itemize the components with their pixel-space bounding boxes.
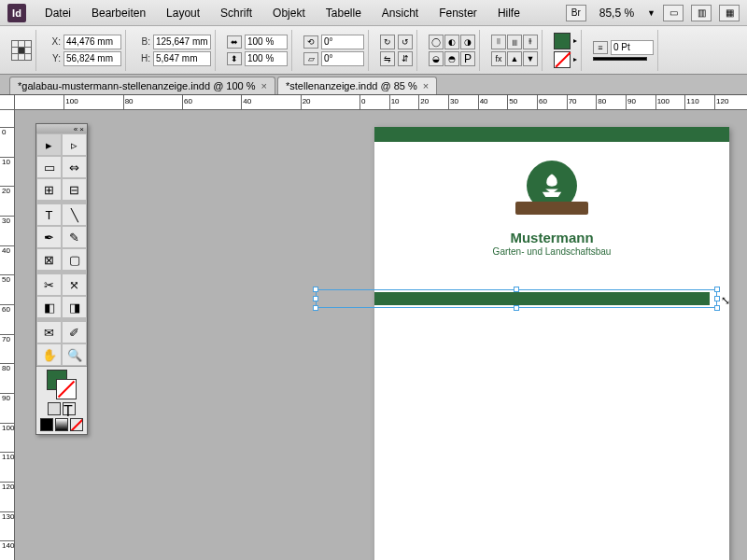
scale-x-icon: ⬌ xyxy=(227,35,242,49)
pencil-tool[interactable]: ✎ xyxy=(62,226,87,248)
selected-rectangle[interactable]: ⤡ xyxy=(316,289,717,308)
scissors-tool[interactable]: ✂ xyxy=(36,273,62,296)
document-tab-bar: *galabau-mustermann-stellenanzeige.indd … xyxy=(0,75,747,95)
rotate-icon: ⟲ xyxy=(303,35,318,49)
y-input[interactable] xyxy=(63,51,121,66)
selection-handle[interactable] xyxy=(313,296,318,301)
menu-edit[interactable]: Bearbeiten xyxy=(82,3,155,23)
scale-x-input[interactable] xyxy=(245,35,288,49)
rectangle-frame-tool[interactable]: ⊠ xyxy=(36,248,62,271)
company-name: Mustermann xyxy=(374,230,729,245)
formatting-container-icon[interactable] xyxy=(48,402,61,415)
selection-handle[interactable] xyxy=(313,305,318,311)
gradient-feather-tool[interactable]: ◨ xyxy=(62,296,87,318)
align-icon-3[interactable]: ⫵ xyxy=(523,35,538,49)
menu-window[interactable]: Fenster xyxy=(430,3,486,23)
tab-close-icon[interactable]: × xyxy=(261,80,267,91)
pathfinder3-icon[interactable]: ◑ xyxy=(460,35,475,49)
x-label: X: xyxy=(48,36,61,47)
selection-handle[interactable] xyxy=(714,287,720,292)
note-tool[interactable]: ✉ xyxy=(36,321,62,343)
document-tab-1[interactable]: *galabau-mustermann-stellenanzeige.indd … xyxy=(9,77,275,94)
stroke-weight-input[interactable] xyxy=(611,40,654,55)
align-icon-2[interactable]: ⫼ xyxy=(507,35,522,49)
selection-handle[interactable] xyxy=(714,305,720,311)
width-input[interactable] xyxy=(153,35,211,49)
apply-none-icon[interactable] xyxy=(70,418,83,431)
h-label: H: xyxy=(137,53,150,63)
selection-handle[interactable] xyxy=(313,287,318,292)
document-tab-2[interactable]: *stellenanzeige.indd @ 85 % × xyxy=(277,77,437,94)
shear-input[interactable] xyxy=(321,51,364,66)
arrange-icon[interactable]: ▦ xyxy=(719,5,740,21)
line-tool[interactable]: ╲ xyxy=(62,203,87,226)
eyedropper-tool[interactable]: ✐ xyxy=(62,321,87,343)
hand-tool[interactable]: ✋ xyxy=(36,343,62,366)
rotate-cw-icon[interactable]: ↻ xyxy=(380,35,395,49)
x-input[interactable] xyxy=(63,35,121,49)
p-icon[interactable]: P xyxy=(460,51,475,66)
fx-icon[interactable]: fx xyxy=(491,51,506,66)
zoom-display[interactable]: 85,5 % xyxy=(594,5,640,21)
stroke-swatch[interactable] xyxy=(56,379,77,399)
zoom-dropdown-icon[interactable]: ▼ xyxy=(647,8,655,18)
selection-handle[interactable] xyxy=(714,296,720,301)
gradient-swatch-tool[interactable]: ◧ xyxy=(36,296,62,318)
height-input[interactable] xyxy=(153,51,211,66)
screen-mode-icon[interactable]: ▥ xyxy=(691,5,712,21)
view-options-icon[interactable]: ▭ xyxy=(663,5,684,21)
page-tool[interactable]: ▭ xyxy=(36,156,62,178)
logo-ribbon xyxy=(515,202,588,215)
reference-point-grid[interactable] xyxy=(11,40,32,61)
selection-handle[interactable] xyxy=(514,287,519,292)
zoom-tool[interactable]: 🔍 xyxy=(62,343,87,366)
menu-object[interactable]: Objekt xyxy=(263,3,315,23)
arrange-back-icon[interactable]: ▼ xyxy=(523,51,538,66)
pen-tool[interactable]: ✒ xyxy=(36,226,62,248)
vertical-ruler[interactable]: 0102030405060708090100110120130140 xyxy=(0,110,15,560)
panel-header[interactable]: « × xyxy=(36,124,87,133)
stroke-style-dropdown[interactable] xyxy=(593,57,647,61)
control-bar: X: Y: B: H: ⬌ ⬍ ⟲ ▱ ↻↺ ⇋⇵ ◯ ◐ ◑ ◒ ◓ P ⫴ … xyxy=(0,26,747,75)
type-tool[interactable]: T xyxy=(36,203,62,226)
document-page[interactable]: Mustermann Garten- und Landschaftsbau xyxy=(374,127,729,560)
selection-handle[interactable] xyxy=(514,305,519,311)
content-collector-tool[interactable]: ⊞ xyxy=(36,178,62,201)
pathfinder4-icon[interactable]: ◒ xyxy=(429,51,444,66)
menu-file[interactable]: Datei xyxy=(35,3,80,23)
free-transform-tool[interactable]: ⤧ xyxy=(62,273,87,296)
arrange-forward-icon[interactable]: ▲ xyxy=(507,51,522,66)
selection-tool[interactable]: ▸ xyxy=(36,133,62,156)
canvas[interactable]: Mustermann Garten- und Landschaftsbau ⤡ xyxy=(15,110,747,560)
menu-type[interactable]: Schrift xyxy=(211,3,261,23)
menu-layout[interactable]: Layout xyxy=(157,3,209,23)
pathfinder2-icon[interactable]: ◐ xyxy=(444,35,459,49)
rotate-input[interactable] xyxy=(321,35,364,49)
pathfinder5-icon[interactable]: ◓ xyxy=(444,51,459,66)
stroke-color-swatch[interactable] xyxy=(554,51,571,68)
align-icon-1[interactable]: ⫴ xyxy=(491,35,506,49)
menu-help[interactable]: Hilfe xyxy=(488,3,529,23)
apply-gradient-icon[interactable] xyxy=(55,418,68,431)
flip-v-icon[interactable]: ⇵ xyxy=(398,51,413,66)
gap-tool[interactable]: ⇔ xyxy=(62,156,87,178)
horizontal-ruler[interactable]: 100806040200102030405060708090100110120 xyxy=(15,95,747,110)
fill-stroke-proxy[interactable] xyxy=(47,370,77,399)
apply-color-icon[interactable] xyxy=(40,418,53,431)
scale-y-input[interactable] xyxy=(245,51,288,66)
pathfinder-icon[interactable]: ◯ xyxy=(429,35,444,49)
bridge-button[interactable]: Br xyxy=(566,5,586,21)
formatting-text-icon[interactable]: T xyxy=(63,402,76,415)
stroke-weight-icon: ≡ xyxy=(593,41,608,54)
content-placer-tool[interactable]: ⊟ xyxy=(62,178,87,201)
rectangle-tool[interactable]: ▢ xyxy=(62,248,87,271)
fill-color-swatch[interactable] xyxy=(554,33,571,49)
rotate-ccw-icon[interactable]: ↺ xyxy=(398,35,413,49)
tools-panel[interactable]: « × ▸ ▹ ▭ ⇔ ⊞ ⊟ T ╲ ✒ ✎ ⊠ ▢ ✂ ⤧ ◧ ◨ ✉ ✐ … xyxy=(35,123,88,435)
direct-selection-tool[interactable]: ▹ xyxy=(62,133,87,156)
menu-table[interactable]: Tabelle xyxy=(317,3,371,23)
flip-h-icon[interactable]: ⇋ xyxy=(380,51,395,66)
tab-close-icon[interactable]: × xyxy=(423,80,429,91)
ruler-origin[interactable] xyxy=(0,95,15,110)
menu-view[interactable]: Ansicht xyxy=(373,3,428,23)
